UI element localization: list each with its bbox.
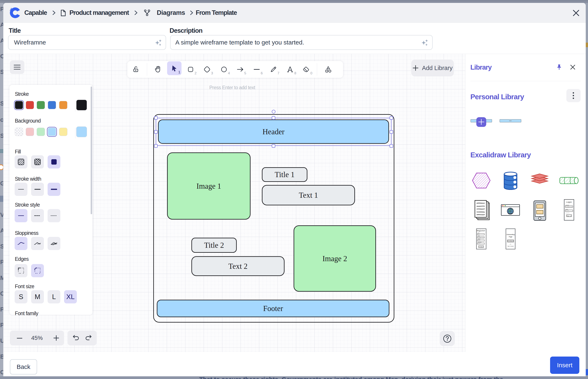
svg-text:****: **** xyxy=(478,243,480,244)
svg-text:Register: Register xyxy=(477,230,485,232)
svg-text:Login: Login xyxy=(566,201,572,203)
svg-text:****: **** xyxy=(566,210,569,212)
svg-text:test@mail.com: test@mail.com xyxy=(478,237,484,238)
svg-text:Sign in instead: Sign in instead xyxy=(508,246,514,247)
svg-text:--- or ---: --- or --- xyxy=(509,243,512,245)
svg-text:test@mail.com: test@mail.com xyxy=(566,206,572,207)
svg-text:test: test xyxy=(478,234,480,235)
svg-text:****: **** xyxy=(478,240,480,241)
svg-text:Get Started: Get Started xyxy=(508,241,513,242)
svg-text:Create: Create xyxy=(479,246,483,248)
svg-text:Sign in: Sign in xyxy=(567,215,571,217)
svg-text:Page: Page xyxy=(509,236,512,238)
svg-text:Onboarding: Onboarding xyxy=(507,234,515,236)
